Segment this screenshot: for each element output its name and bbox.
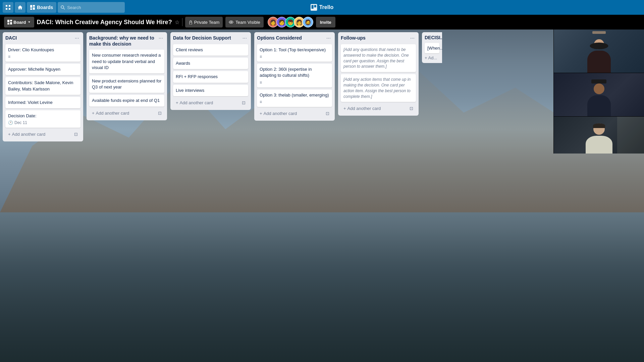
card-text: Available funds expire at end of Q1 [92,98,162,104]
video-panel [553,29,644,154]
home-button[interactable] [15,2,25,13]
card-live-interviews[interactable]: Live interviews [173,85,248,96]
private-team-button[interactable]: Private Team [185,17,223,27]
invite-button[interactable]: Invite [316,17,335,27]
boards-button[interactable]: Boards [27,2,56,13]
add-card-options[interactable]: + Add another card ⊡ [257,109,332,118]
svg-rect-16 [10,22,12,24]
card-funds[interactable]: Available funds expire at end of Q1 [89,95,164,106]
avatar-5[interactable]: 🧔 [303,17,313,27]
card-contributors[interactable]: Contributors: Sade Malone, Kevin Bailey,… [5,77,80,95]
card-client-reviews[interactable]: Client reviews [173,44,248,56]
video-feed-1 [554,29,644,73]
svg-rect-14 [10,20,12,21]
svg-point-8 [61,6,64,8]
add-card-daci[interactable]: + Add another card ⊡ [5,130,80,139]
list-title-options: Options Considered [257,35,325,41]
list-title-followups: Follow-ups [341,35,409,41]
board-header: Board DACI: Which Creative Agency Should… [0,15,644,29]
top-nav: Boards Search Trello [0,0,644,15]
star-button[interactable]: ☆ [175,19,179,25]
list-menu-background[interactable]: ··· [157,35,164,42]
card-text: [Add any questions that need to be answe… [343,47,413,69]
card-option1[interactable]: Option 1: Tool (Top tier/expensive) ≡ [257,44,332,62]
boards-label: Boards [37,5,53,10]
card-text: Option 1: Tool (Top tier/expensive) [260,47,329,53]
svg-rect-11 [312,5,314,9]
list-followups: Follow-ups ··· [Add any questions that n… [338,32,419,116]
card-text: RFI + RFP responses [176,74,246,80]
list-menu-followups[interactable]: ··· [409,35,416,42]
trello-label: Trello [319,4,334,10]
card-text: Client reviews [176,47,246,53]
video-feed-3 [554,117,644,154]
card-driver[interactable]: Driver: Clio Kountoupes ≡ [5,44,80,62]
card-text: [When... [427,46,442,51]
trello-logo: Trello [311,4,334,11]
add-card-followups[interactable]: + Add another card ⊡ [341,104,416,113]
card-text: Informed: Violet Levine [8,100,78,106]
list-header-options: Options Considered ··· [257,35,332,42]
card-desc-icon: ≡ [260,100,329,104]
list-options: Options Considered ··· Option 1: Tool (T… [254,32,335,121]
search-placeholder: Search [67,5,81,10]
card-text: Option 2: 360i (expertise in adapting to… [260,66,329,78]
svg-rect-4 [30,5,32,8]
invite-label: Invite [320,20,331,25]
svg-rect-6 [30,8,32,10]
card-consumer-research[interactable]: New consumer research revealed a need to… [89,50,164,73]
card-option3[interactable]: Option 3: thelab (smaller, emerging) ≡ [257,89,332,107]
template-icon[interactable]: ⊡ [242,100,246,105]
team-visible-button[interactable]: Team Visible [225,17,263,27]
template-icon[interactable]: ⊡ [326,111,329,116]
card-decision[interactable]: [When... [425,43,439,53]
board-area: DACI ··· Driver: Clio Kountoupes ≡ Appro… [0,29,644,362]
card-followup-questions[interactable]: [Add any questions that need to be answe… [341,44,416,72]
card-decision-date[interactable]: Decision Date: 🕐 Dec 11 [5,110,80,128]
add-card-label: Add another card [96,111,129,116]
search-bar[interactable]: Search [58,2,125,13]
list-title-daci: DACI [5,35,73,41]
template-icon[interactable]: ⊡ [158,111,162,116]
list-title-background: Background: why we need to make this dec… [89,35,157,47]
list-data: Data for Decision Support ··· Client rev… [170,32,251,110]
card-informed[interactable]: Informed: Violet Levine [5,97,80,108]
list-background: Background: why we need to make this dec… [87,32,167,120]
list-header-daci: DACI ··· [5,35,80,42]
card-text: New product extensions planned for Q3 of… [92,78,162,90]
card-approver[interactable]: Approver: Michelle Nguyen [5,64,80,75]
template-icon[interactable]: ⊡ [410,106,413,111]
card-desc-icon: ≡ [260,80,329,85]
card-desc-icon: ≡ [8,54,78,59]
board-view-button[interactable]: Board [4,17,34,27]
private-team-label: Private Team [194,20,220,25]
card-text: Contributors: Sade Malone, Kevin Bailey,… [8,80,78,92]
card-option2[interactable]: Option 2: 360i (expertise in adapting to… [257,64,332,87]
card-followup-actions[interactable]: [Add any action items that come up in ma… [341,74,416,102]
list-menu-data[interactable]: ··· [241,35,248,42]
card-text: Approver: Michelle Nguyen [8,66,78,72]
plus-icon: + [176,100,178,105]
plus-icon: + [260,111,262,116]
add-card-label: Add another card [347,106,381,111]
template-icon[interactable]: ⊡ [74,132,78,137]
apps-button[interactable] [3,2,13,13]
svg-rect-7 [33,7,35,10]
card-rfi-rfp[interactable]: RFI + RFP responses [173,71,248,82]
card-product-extensions[interactable]: New product extensions planned for Q3 of… [89,75,164,93]
svg-rect-0 [6,5,7,7]
list-menu-options[interactable]: ··· [325,35,332,42]
add-card-background[interactable]: + Add another card ⊡ [89,109,164,118]
plus-icon: + [343,106,346,111]
add-card-decision[interactable]: + Ad... [425,55,439,60]
add-card-label: Add another card [264,111,297,116]
list-header-background: Background: why we need to make this dec… [89,35,164,47]
card-text: Live interviews [176,87,246,94]
clock-icon: 🕐 [8,120,13,125]
add-card-label: Add another card [12,132,46,137]
list-menu-daci[interactable]: ··· [73,35,80,42]
add-card-data[interactable]: + Add another card ⊡ [173,98,248,107]
svg-rect-3 [9,8,10,10]
plus-icon: + [8,132,11,137]
card-awards[interactable]: Awards [173,58,248,69]
